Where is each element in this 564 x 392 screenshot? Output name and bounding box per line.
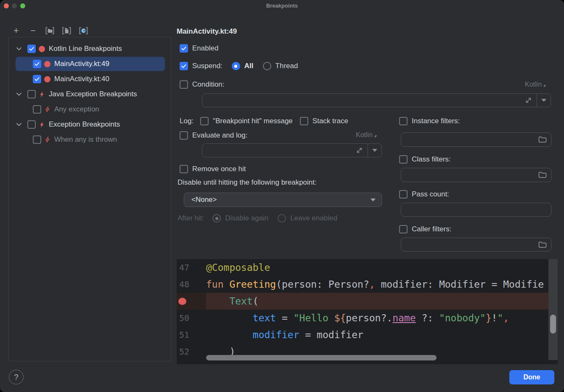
- check-icon: [34, 76, 40, 82]
- evaluate-and-log-checkbox[interactable]: [180, 131, 188, 140]
- folder-icon[interactable]: [538, 172, 547, 178]
- enabled-checkbox[interactable]: [180, 44, 188, 53]
- help-button[interactable]: ?: [9, 370, 24, 384]
- check-icon: [181, 45, 187, 51]
- code-text: Text(: [206, 296, 548, 307]
- tree-item-checkbox[interactable]: [33, 60, 41, 68]
- chevron-down-icon[interactable]: [16, 91, 22, 98]
- leave-enabled-radio[interactable]: [278, 214, 286, 222]
- expand-editor-icon[interactable]: [356, 147, 363, 154]
- instance-filters-checkbox[interactable]: [399, 117, 408, 125]
- tree-item-checkbox[interactable]: [33, 105, 41, 114]
- tree-item-checkbox[interactable]: [27, 90, 36, 98]
- exception-bolt-outline-icon: [44, 106, 50, 113]
- class-filters-input[interactable]: [401, 168, 551, 182]
- pass-count-checkbox[interactable]: [399, 190, 408, 199]
- tree-item[interactable]: Any exception: [16, 102, 165, 117]
- tree-item-label: When any is thrown: [54, 135, 117, 144]
- condition-language-selector[interactable]: Kotlin: [525, 81, 546, 88]
- remove-once-hit-checkbox[interactable]: [180, 165, 188, 173]
- folder-icon: [538, 241, 547, 248]
- condition-history-dropdown[interactable]: [537, 99, 551, 102]
- disable-again-label: Disable again: [225, 214, 268, 222]
- tree-item[interactable]: When any is thrown: [16, 132, 165, 147]
- leave-enabled-label: Leave enabled: [290, 214, 337, 222]
- done-button[interactable]: Done: [509, 370, 554, 384]
- check-icon: [34, 61, 40, 67]
- caller-filters-input[interactable]: [401, 238, 551, 252]
- tree-item[interactable]: MainActivity.kt:40: [16, 72, 165, 86]
- exception-bolt-icon: [39, 91, 45, 98]
- dropdown-arrow-icon: [372, 149, 377, 152]
- chevron-down-icon: [16, 45, 22, 52]
- tree-item-checkbox[interactable]: [27, 45, 36, 53]
- gutter-line-number: 50: [177, 313, 206, 323]
- code-line: Text(: [177, 293, 558, 310]
- group-by-current-class-button[interactable]: C: [79, 26, 88, 35]
- expand-editor-icon[interactable]: [525, 97, 532, 104]
- check-icon: [181, 63, 187, 69]
- suspend-checkbox[interactable]: [180, 62, 188, 70]
- tree-item[interactable]: MainActivity.kt:49: [16, 57, 165, 71]
- enabled-label: Enabled: [192, 44, 218, 53]
- add-breakpoint-button[interactable]: +: [11, 26, 21, 35]
- breakpoint-dot-icon: [44, 76, 50, 82]
- suspend-all-radio[interactable]: [232, 62, 240, 70]
- instance-filters-input[interactable]: [401, 132, 551, 147]
- log-message-label: "Breakpoint hit" message: [213, 117, 293, 125]
- after-hit-label: After hit:: [177, 214, 204, 222]
- folder-in-brackets-icon: [45, 26, 55, 35]
- breakpoints-tree: Kotlin Line BreakpointsMainActivity.kt:4…: [8, 37, 171, 361]
- instance-filters-label: Instance filters:: [412, 117, 460, 125]
- breakpoint-dot-icon: [39, 46, 45, 52]
- folder-icon: [538, 172, 547, 178]
- tree-item[interactable]: Java Exception Breakpoints: [16, 87, 165, 101]
- remove-breakpoint-button[interactable]: −: [28, 26, 38, 35]
- tree-item-checkbox[interactable]: [27, 120, 36, 129]
- chevron-down-icon[interactable]: [16, 121, 22, 128]
- code-line: 50 text = "Hello ${person?.name ?: "nobo…: [177, 310, 558, 326]
- evaluate-input[interactable]: [202, 143, 382, 157]
- group-by-file-button[interactable]: [45, 26, 55, 35]
- group-by-class-button[interactable]: [62, 26, 71, 35]
- expand-icon: [525, 97, 532, 104]
- tree-item-checkbox[interactable]: [33, 75, 41, 83]
- breakpoint-dot-icon[interactable]: [178, 298, 186, 305]
- suspend-label: Suspend:: [192, 62, 222, 70]
- dropdown-arrow-icon: [541, 99, 546, 102]
- horizontal-scrollbar[interactable]: [206, 355, 437, 360]
- condition-checkbox[interactable]: [180, 80, 188, 89]
- tree-item[interactable]: Kotlin Line Breakpoints: [16, 42, 165, 56]
- folder-icon[interactable]: [538, 241, 547, 248]
- breakpoint-dot-icon: [44, 61, 50, 67]
- breakpoints-dialog: Breakpoints + − C Kotlin Line: [0, 0, 564, 392]
- log-message-checkbox[interactable]: [200, 117, 209, 125]
- tree-item[interactable]: Exception Breakpoints: [16, 117, 165, 132]
- caller-filters-checkbox[interactable]: [399, 225, 408, 233]
- class-filters-label: Class filters:: [412, 155, 451, 164]
- tree-item-label: MainActivity.kt:40: [54, 75, 109, 83]
- stack-trace-checkbox[interactable]: [300, 117, 308, 125]
- disable-again-radio[interactable]: [212, 214, 221, 222]
- evaluate-language-selector[interactable]: Kotlin: [356, 131, 377, 139]
- remove-once-hit-label: Remove once hit: [192, 165, 246, 173]
- disable-until-dropdown[interactable]: <None>: [184, 193, 382, 207]
- class-in-brackets-icon: C: [79, 26, 88, 35]
- tree-item-checkbox[interactable]: [33, 135, 41, 144]
- gutter-breakpoint[interactable]: [177, 293, 206, 310]
- window-title: Breakpoints: [0, 3, 564, 9]
- class-filters-checkbox[interactable]: [399, 155, 408, 164]
- exception-bolt-icon: [39, 121, 45, 128]
- code-preview: 47@Composable48fun Greeting(person: Pers…: [177, 259, 558, 364]
- condition-input[interactable]: [202, 93, 551, 107]
- evaluate-history-dropdown[interactable]: [368, 149, 381, 152]
- expand-icon: [356, 147, 363, 154]
- chevron-down-icon: [16, 91, 22, 98]
- suspend-thread-radio[interactable]: [263, 62, 271, 70]
- chevron-down-icon[interactable]: [16, 45, 22, 52]
- folder-icon[interactable]: [538, 136, 547, 143]
- suspend-all-label: All: [244, 62, 254, 70]
- pass-count-input[interactable]: [401, 203, 551, 217]
- vertical-scrollbar-track[interactable]: [548, 259, 558, 360]
- vertical-scrollbar-thumb[interactable]: [550, 315, 556, 334]
